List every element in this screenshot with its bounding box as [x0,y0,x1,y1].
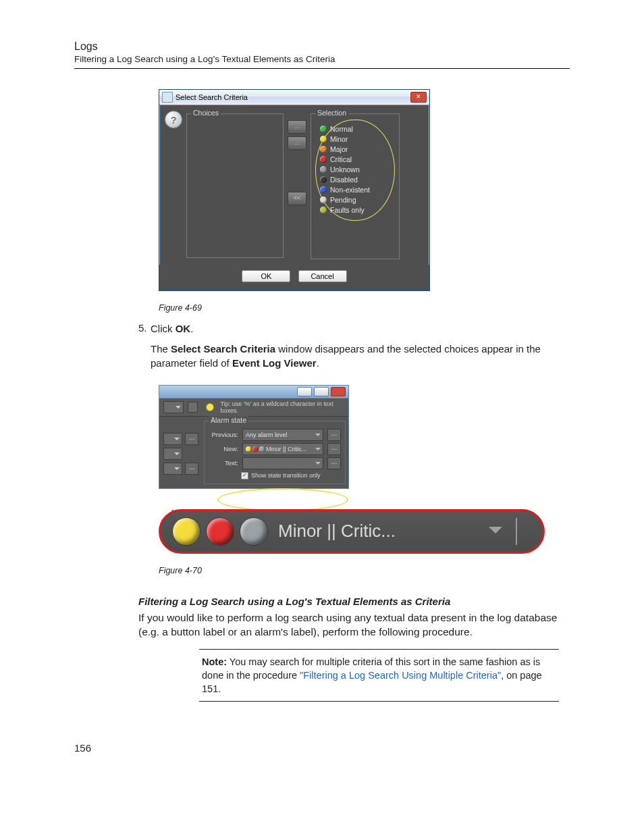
new-more-button[interactable]: ... [327,443,341,455]
ok-button[interactable]: OK [242,270,290,282]
selection-item[interactable]: Major [320,145,390,153]
left-dd-2[interactable] [163,448,182,460]
new-combo[interactable]: Minor || Critic... [242,443,323,455]
new-label: New: [209,445,238,452]
tip-icon [206,403,213,411]
section-intro-paragraph: If you would like to perform a log searc… [138,611,570,640]
selection-item-label: Faults only [330,206,365,214]
choices-fieldset: Choices [186,113,284,258]
selection-item[interactable]: Minor [320,135,390,143]
checkbox-icon [241,472,248,479]
zoom-bar: Minor || Critic... [159,509,545,554]
selection-item-label: Non-existent [330,186,370,194]
text-combo[interactable] [242,457,323,469]
toolbar-button[interactable] [188,402,198,413]
page-header: Logs Filtering a Log Search using a Log'… [74,41,570,69]
left-more-1[interactable]: ... [185,433,198,445]
selection-item[interactable]: Normal [320,125,390,133]
status-dot-icon [320,186,327,193]
note-label: Note: [202,656,227,667]
status-dot-icon [320,166,327,173]
dialog-select-search-criteria: Select Search Criteria ✕ ? Choices ... .… [159,89,430,291]
critical-dot-icon [252,446,258,452]
selection-item-label: Minor [330,135,348,143]
previous-more-button[interactable]: ... [327,429,341,441]
new-value: Minor || Critic... [266,446,306,452]
status-dot-icon [320,197,327,203]
status-dot-icon [320,207,327,213]
status-dot-icon [320,156,327,163]
previous-combo[interactable]: Any alarm level [242,429,323,441]
move-all-left-button[interactable]: << [288,192,306,205]
section-title: Filtering a Log Search using a Log's Tex… [138,596,570,607]
selection-item-label: Critical [330,155,352,163]
note-box: Note: You may search for multiple criter… [199,649,559,702]
dialog-title-text: Select Search Criteria [176,93,248,101]
selection-item-label: Pending [330,196,356,204]
zoom-divider [516,518,524,545]
move-right2-button[interactable]: ... [288,136,306,150]
alarm-state-label: Alarm state [209,416,248,424]
selection-item[interactable]: Unknown [320,165,390,174]
zoom-callout: Minor || Critic... [159,509,513,554]
header-title: Logs [74,41,570,53]
choices-label: Choices [191,109,221,117]
show-transition-check[interactable]: Show state transition only [241,472,341,479]
left-dd-3[interactable] [163,463,182,475]
maximize-button[interactable] [314,387,329,396]
selection-item[interactable]: Pending [320,196,390,204]
dialog-titlebar: Select Search Criteria ✕ [159,90,429,105]
figure-caption-1: Figure 4-69 [159,303,570,313]
step-line-1: Click OK. [151,322,570,336]
page-number: 156 [74,742,570,754]
status-dot-icon [320,176,327,183]
highlight-ellipse [217,488,348,511]
selection-item[interactable]: Faults only [320,206,390,214]
previous-label: Previous: [209,431,238,438]
zoom-dot-unknown-icon [240,518,267,545]
selection-item[interactable]: Disabled [320,176,390,184]
status-dot-icon [320,146,327,153]
selection-item-label: Major [330,145,348,153]
figure-event-log-viewer: Tip: use '%' as a wildcard character in … [159,385,513,554]
cancel-button[interactable]: Cancel [298,270,347,282]
zoom-dot-minor-icon [173,518,200,545]
selection-item-label: Disabled [330,176,358,184]
note-link[interactable]: "Filtering a Log Search Using Multiple C… [300,670,501,681]
window-titlebar [159,386,348,398]
selection-item-label: Normal [330,125,353,133]
show-transition-label: Show state transition only [251,472,321,479]
step-line-2: The Select Search Criteria window disapp… [151,342,570,370]
selection-item-label: Unknown [330,165,360,174]
status-dot-icon [320,126,327,132]
header-subtitle: Filtering a Log Search using a Log's Tex… [74,54,570,64]
window-close-button[interactable] [331,387,346,396]
selection-label: Selection [315,109,348,117]
app-icon [162,92,173,103]
text-label: Text: [209,459,238,467]
close-button[interactable]: ✕ [410,92,427,103]
tip-text: Tip: use '%' as a wildcard character in … [221,400,345,414]
selection-item[interactable]: Critical [320,155,390,163]
text-more-button[interactable]: ... [327,457,341,469]
minor-dot-icon [246,446,251,452]
zoom-text: Minor || Critic... [278,521,396,542]
selection-item[interactable]: Non-existent [320,186,390,194]
minimize-button[interactable] [297,387,312,396]
status-dot-icon [320,136,327,142]
chevron-down-icon [489,527,502,540]
move-right-button[interactable]: ... [288,120,306,134]
step-number: 5. [138,322,151,377]
left-more-3[interactable]: ... [185,463,198,475]
alarm-state-fieldset: Alarm state Previous: Any alarm level ..… [204,421,346,484]
toolbar-dropdown[interactable] [163,401,184,413]
selection-highlight: NormalMinorMajorCriticalUnknownDisabledN… [315,120,395,221]
figure-select-search-criteria: Select Search Criteria ✕ ? Choices ... .… [159,89,570,291]
left-dd-1[interactable] [163,433,182,445]
selection-fieldset: Selection NormalMinorMajorCriticalUnknow… [311,113,400,259]
help-icon[interactable]: ? [165,111,182,128]
previous-value: Any alarm level [246,432,288,438]
zoom-dot-critical-icon [207,518,234,545]
unknown-dot-icon [259,446,265,452]
figure-caption-2: Figure 4-70 [159,566,570,575]
